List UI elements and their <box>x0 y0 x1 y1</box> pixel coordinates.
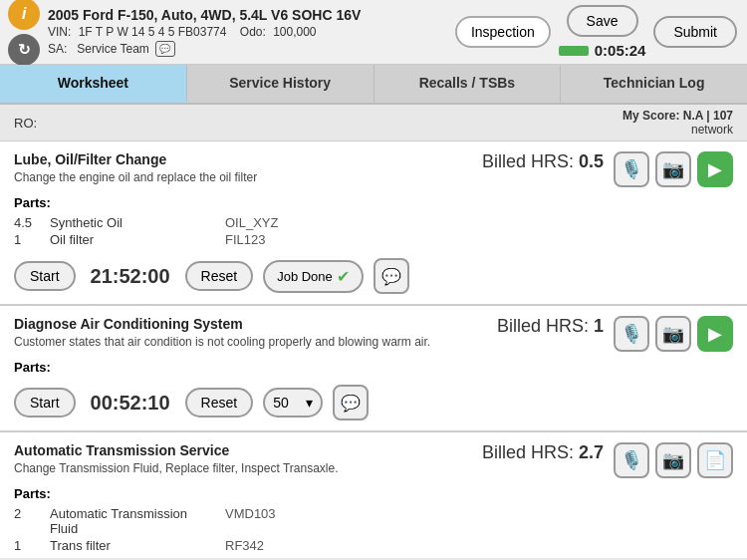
job-2-desc: Customer states that air condition is no… <box>14 334 497 351</box>
job-card-2: Diagnose Air Conditioning System Custome… <box>0 306 747 432</box>
job-1-mic-icon[interactable]: 🎙️ <box>614 151 649 187</box>
job-1-title: Lube, Oil/Filter Change <box>14 151 482 167</box>
job-2-reset-button[interactable]: Reset <box>185 388 254 418</box>
job-3-document-icon[interactable]: 📄 <box>697 442 733 478</box>
job-card-1: Lube, Oil/Filter Change Change the engin… <box>0 141 747 306</box>
part-name: Trans filter <box>50 538 209 553</box>
job-3-parts: Parts: 2 Automatic Transmission Fluid VM… <box>14 486 733 554</box>
part-qty: 1 <box>14 538 34 553</box>
job-1-parts-label: Parts: <box>14 195 733 210</box>
tab-technician-log[interactable]: Technician Log <box>561 65 747 103</box>
part-code: OIL_XYZ <box>225 215 278 230</box>
job-1-time-display: 21:52:00 <box>86 265 175 288</box>
header-left: i ↻ 2005 Ford F-150, Auto, 4WD, 5.4L V6 … <box>0 0 445 64</box>
job-1-done-button[interactable]: Job Done ✔ <box>263 260 364 293</box>
job-3-mic-icon[interactable]: 🎙️ <box>614 442 649 478</box>
job-2-dropdown[interactable]: 50 ▾ <box>263 388 323 418</box>
job-2-title: Diagnose Air Conditioning System <box>14 316 497 332</box>
job-3-parts-label: Parts: <box>14 486 733 501</box>
job-2-parts-label: Parts: <box>14 360 733 375</box>
job-2-start-button[interactable]: Start <box>14 388 76 418</box>
job-1-checkmark-icon: ✔ <box>337 267 350 286</box>
job-3-billed: Billed HRS: 2.7 <box>482 442 614 463</box>
job-2-icons: 🎙️ 📷 ▶ <box>614 316 733 352</box>
table-row: 4.5 Synthetic Oil OIL_XYZ <box>14 214 733 231</box>
sa-label: SA: <box>48 42 67 56</box>
tabs: Worksheet Service History Recalls / TSBs… <box>0 65 747 105</box>
job-2-arrow-icon[interactable]: ▶ <box>697 316 733 352</box>
job-1-billed: Billed HRS: 0.5 <box>482 151 614 172</box>
part-code: RF342 <box>225 538 264 553</box>
save-button[interactable]: Save <box>567 5 638 37</box>
table-row: 2 Automatic Transmission Fluid VMD103 <box>14 505 733 537</box>
part-code: VMD103 <box>225 506 276 536</box>
job-2-timer-controls: Start 00:52:10 Reset 50 ▾ 💬 <box>14 385 733 420</box>
odo-label: Odo: <box>240 25 266 39</box>
submit-button[interactable]: Submit <box>653 16 737 48</box>
job-1-desc: Change the engine oil and replace the oi… <box>14 169 482 186</box>
part-qty: 1 <box>14 232 34 247</box>
job-2-mic-icon[interactable]: 🎙️ <box>614 316 649 352</box>
message-icon[interactable]: 💬 <box>155 41 175 57</box>
table-row: 1 Trans filter RF342 <box>14 537 733 554</box>
job-2-comment-icon[interactable]: 💬 <box>333 385 369 420</box>
timer-bar <box>559 46 589 56</box>
job-3-icons: 🎙️ 📷 📄 <box>614 442 733 478</box>
content-area: RO: My Score: N.A | 107 network Lube, Oi… <box>0 105 747 558</box>
refresh-icon[interactable]: ↻ <box>8 34 40 66</box>
odo-value: 100,000 <box>273 25 316 39</box>
car-title: 2005 Ford F-150, Auto, 4WD, 5.4L V6 SOHC… <box>48 7 437 23</box>
tab-worksheet[interactable]: Worksheet <box>0 65 187 103</box>
job-1-title-area: Lube, Oil/Filter Change Change the engin… <box>14 151 482 186</box>
job-1-arrow-icon[interactable]: ▶ <box>697 151 733 187</box>
vehicle-info: 2005 Ford F-150, Auto, 4WD, 5.4L V6 SOHC… <box>48 7 437 57</box>
job-2-title-area: Diagnose Air Conditioning System Custome… <box>14 316 497 351</box>
part-name: Synthetic Oil <box>50 215 209 230</box>
job-3-camera-icon[interactable]: 📷 <box>655 442 691 478</box>
job-1-start-button[interactable]: Start <box>14 261 76 291</box>
sa-value: Service Team <box>77 42 148 56</box>
info-icon[interactable]: i <box>8 0 40 30</box>
job-2-parts: Parts: <box>14 360 733 375</box>
inspection-button[interactable]: Inspection <box>455 16 551 48</box>
part-name: Automatic Transmission Fluid <box>50 506 209 536</box>
score-area: My Score: N.A | 107 network <box>622 109 733 137</box>
job-3-header: Automatic Transmission Service Change Tr… <box>14 442 733 478</box>
chevron-down-icon: ▾ <box>306 395 313 411</box>
vin-value: 1F T P W 14 5 4 5 FB03774 <box>79 25 227 39</box>
job-1-parts: Parts: 4.5 Synthetic Oil OIL_XYZ 1 Oil f… <box>14 195 733 248</box>
job-2-camera-icon[interactable]: 📷 <box>655 316 691 352</box>
job-3-desc: Change Transmission Fluid, Replace filte… <box>14 460 482 477</box>
part-code: FIL123 <box>225 232 265 247</box>
header: i ↻ 2005 Ford F-150, Auto, 4WD, 5.4L V6 … <box>0 0 747 65</box>
job-1-camera-icon[interactable]: 📷 <box>655 151 691 187</box>
header-buttons: Inspection Save 0:05:24 Submit <box>445 0 747 64</box>
job-2-header: Diagnose Air Conditioning System Custome… <box>14 316 733 352</box>
job-1-header: Lube, Oil/Filter Change Change the engin… <box>14 151 733 187</box>
part-qty: 4.5 <box>14 215 34 230</box>
part-qty: 2 <box>14 506 34 536</box>
ro-bar: RO: My Score: N.A | 107 network <box>0 105 747 141</box>
job-card-3: Automatic Transmission Service Change Tr… <box>0 432 747 558</box>
job-2-billed: Billed HRS: 1 <box>497 316 614 337</box>
job-1-comment-icon[interactable]: 💬 <box>374 258 409 294</box>
job-2-time-display: 00:52:10 <box>86 392 175 415</box>
timer-display: 0:05:24 <box>595 42 646 59</box>
header-icon-area: i ↻ <box>8 0 40 66</box>
vin-line: VIN: 1F T P W 14 5 4 5 FB03774 Odo: 100,… <box>48 25 437 39</box>
job-3-title-area: Automatic Transmission Service Change Tr… <box>14 442 482 477</box>
part-name: Oil filter <box>50 232 209 247</box>
score-label: My Score: N.A | 107 <box>622 109 733 123</box>
table-row: 1 Oil filter FIL123 <box>14 231 733 248</box>
ro-label: RO: <box>14 116 37 131</box>
sa-line: SA: Service Team 💬 <box>48 41 437 57</box>
job-1-timer-controls: Start 21:52:00 Reset Job Done ✔ 💬 <box>14 258 733 294</box>
timer-row: 0:05:24 <box>559 42 646 59</box>
tab-service-history[interactable]: Service History <box>187 65 374 103</box>
job-3-title: Automatic Transmission Service <box>14 442 482 458</box>
vin-label: VIN: <box>48 25 71 39</box>
job-1-icons: 🎙️ 📷 ▶ <box>614 151 733 187</box>
score-sub: network <box>622 123 733 137</box>
tab-recalls-tsbs[interactable]: Recalls / TSBs <box>374 65 562 103</box>
job-1-reset-button[interactable]: Reset <box>185 261 254 291</box>
